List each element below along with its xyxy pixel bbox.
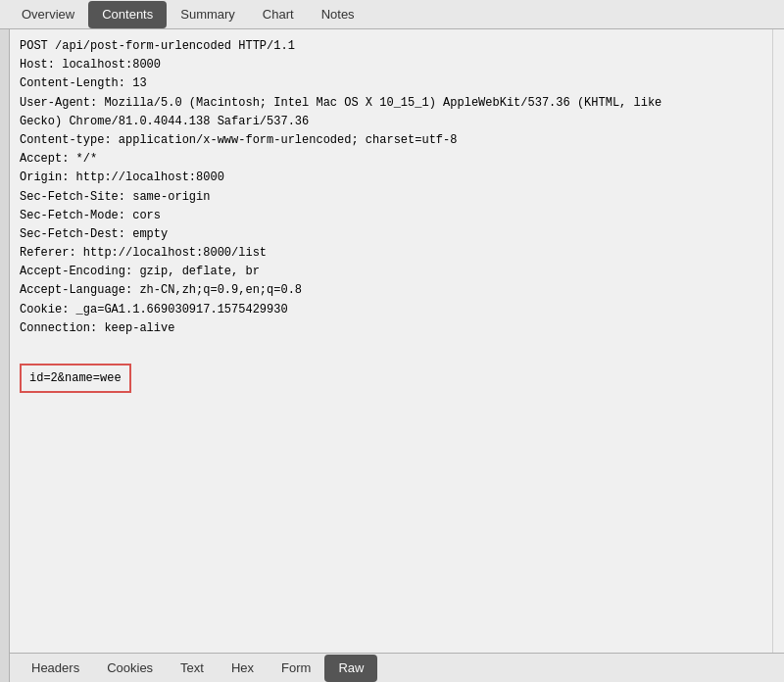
http-body-section: id=2&name=wee bbox=[20, 364, 131, 393]
main-content-area[interactable]: POST /api/post-form-urlencoded HTTP/1.1H… bbox=[10, 29, 772, 653]
tab-hex[interactable]: Hex bbox=[218, 655, 268, 682]
tab-summary[interactable]: Summary bbox=[167, 1, 249, 28]
tab-form[interactable]: Form bbox=[268, 655, 324, 682]
http-body-wrapper: id=2&name=wee bbox=[10, 346, 772, 401]
tab-headers[interactable]: Headers bbox=[18, 655, 93, 682]
http-header-line: Sec-Fetch-Site: same-origin bbox=[20, 188, 762, 207]
page-layout: POST /api/post-form-urlencoded HTTP/1.1H… bbox=[0, 29, 784, 682]
http-header-line: User-Agent: Mozilla/5.0 (Macintosh; Inte… bbox=[20, 94, 762, 113]
left-sidebar-strip bbox=[0, 29, 10, 682]
tab-contents[interactable]: Contents bbox=[88, 1, 167, 28]
content-scroll-area: POST /api/post-form-urlencoded HTTP/1.1H… bbox=[10, 29, 784, 653]
http-header-line: Gecko) Chrome/81.0.4044.138 Safari/537.3… bbox=[20, 113, 762, 131]
tab-cookies[interactable]: Cookies bbox=[93, 655, 167, 682]
http-header-line: Origin: http://localhost:8000 bbox=[20, 169, 762, 187]
http-header-line: Cookie: _ga=GA1.1.669030917.1575429930 bbox=[20, 301, 762, 319]
http-header-line: Sec-Fetch-Dest: empty bbox=[20, 225, 762, 244]
bottom-tab-bar: Headers Cookies Text Hex Form Raw bbox=[10, 653, 784, 682]
http-header-line: Host: localhost:8000 bbox=[20, 56, 762, 74]
right-section: POST /api/post-form-urlencoded HTTP/1.1H… bbox=[10, 29, 784, 682]
top-tab-bar: Overview Contents Summary Chart Notes bbox=[0, 0, 784, 29]
tab-chart[interactable]: Chart bbox=[249, 1, 308, 28]
http-header-line: Accept-Encoding: gzip, deflate, br bbox=[20, 263, 762, 281]
tab-raw[interactable]: Raw bbox=[324, 655, 377, 682]
http-header-line: POST /api/post-form-urlencoded HTTP/1.1 bbox=[20, 37, 762, 56]
http-header-line: Content-Length: 13 bbox=[20, 74, 762, 93]
scrollbar[interactable] bbox=[772, 29, 784, 653]
http-header-line: Referer: http://localhost:8000/list bbox=[20, 244, 762, 263]
http-header-line: Accept-Language: zh-CN,zh;q=0.9,en;q=0.8 bbox=[20, 281, 762, 300]
http-header-line: Content-type: application/x-www-form-url… bbox=[20, 131, 762, 150]
tab-notes[interactable]: Notes bbox=[308, 1, 368, 28]
http-header-line: Accept: */* bbox=[20, 150, 762, 169]
tab-overview[interactable]: Overview bbox=[8, 1, 88, 28]
tab-text[interactable]: Text bbox=[167, 655, 218, 682]
http-header-line: Connection: keep-alive bbox=[20, 319, 762, 338]
http-headers-block: POST /api/post-form-urlencoded HTTP/1.1H… bbox=[10, 29, 772, 346]
http-header-line: Sec-Fetch-Mode: cors bbox=[20, 207, 762, 225]
